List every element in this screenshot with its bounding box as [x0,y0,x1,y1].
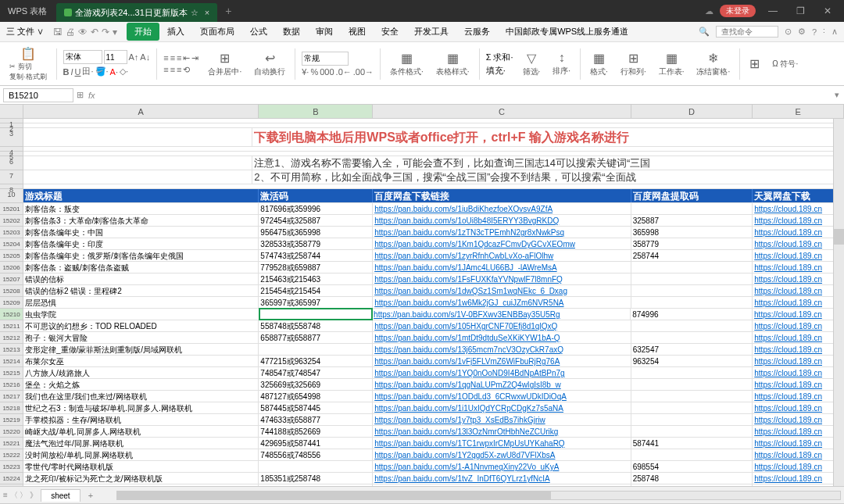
link[interactable]: https://pan.baidu.com/s/1-A1NnvmeqXiny22… [374,463,559,471]
cell[interactable]: 574743或258744 [259,250,373,261]
cell[interactable]: 布莱尔女巫 [23,356,259,366]
row-header[interactable]: 15215 [0,367,23,379]
sheet-nav[interactable]: ≡ 〈 〉 》 [3,490,38,501]
cell[interactable]: 956475或365998 [259,227,373,238]
cell[interactable]: 258748 [631,473,753,484]
sort-icon[interactable]: ↕ [559,51,565,65]
link[interactable]: https://cloud.189.cn [754,310,822,319]
cell[interactable]: 孢子：银河大冒险 [23,332,259,343]
align-middle-icon[interactable]: ≡ [170,53,175,63]
more-icon[interactable]: ∶ [823,27,825,37]
cell[interactable] [631,449,753,460]
font-family-select[interactable] [63,50,102,64]
font-color-icon[interactable]: A· [110,67,118,77]
cell[interactable]: 没时间放松/单机.同屏.网络联机 [23,449,259,460]
link[interactable]: https://cloud.189.cn [754,416,822,424]
cell[interactable]: 错误的信标2 错误：里程碑2 [23,285,259,296]
row-header[interactable]: 15208 [0,285,23,297]
link[interactable]: https://cloud.189.cn [754,392,822,401]
add-sheet-button[interactable]: + [84,491,98,500]
row-header[interactable]: 15203 [0,227,23,238]
link[interactable]: https://pan.baidu.com/s/1FsFUXKfaYVNpwlF… [374,275,563,284]
cell[interactable]: https://cloud.189.cn [753,273,844,284]
link[interactable]: https://pan.baidu.com/s/1Y2qgd5X-zwU8d7V… [374,451,555,459]
cell[interactable] [631,273,753,284]
cell[interactable]: 779528或659887 [259,262,373,273]
cell[interactable]: https://cloud.189.cn [753,285,844,296]
cell[interactable]: https://pan.baidu.com/s/1dwQSz1Sm1wqNEkc… [373,285,631,296]
tab-view[interactable]: 视图 [341,23,374,41]
indent-right-icon[interactable]: ⇥ [191,53,198,63]
formula-input[interactable] [100,94,830,97]
decimal-inc-icon[interactable]: .0← [336,67,352,77]
expand-ref-icon[interactable]: ⊞ [77,90,84,100]
cell[interactable]: 215454或215454 [259,285,373,296]
link[interactable]: https://cloud.189.cn [754,322,822,331]
font-size-select[interactable] [104,50,127,64]
cell[interactable]: 963254 [631,356,753,366]
cell[interactable]: 错误的信标 [23,273,259,284]
format-cell-icon[interactable]: ▦ [593,51,605,66]
cell[interactable]: https://pan.baidu.com/s/1i1UxIQdYCRpCDgK… [373,402,631,413]
cell[interactable]: https://pan.baidu.com/s/13l3OzNmrOtHbhNe… [373,426,631,437]
align-center-icon[interactable]: ≡ [170,65,175,74]
cell[interactable]: 748547或748547 [259,367,373,378]
row-header[interactable]: 15202 [0,215,23,227]
worksheet-icon[interactable]: ▦ [666,51,678,66]
cell[interactable]: 972454或325887 [259,215,373,226]
cell[interactable]: https://cloud.189.cn [753,215,844,226]
link[interactable]: https://pan.baidu.com/s/1tvZ_InDfT6QYLrz… [374,474,550,483]
undo-icon[interactable]: ↶ [91,27,98,38]
link[interactable]: https://pan.baidu.com/s/1vFj5FLVmZ6WiFbu… [374,357,560,366]
cell[interactable]: 百度网盘提取码 [631,189,753,202]
wrap-label[interactable]: 自动换行 [254,66,285,77]
link[interactable]: https://cloud.189.cn [754,381,822,389]
cell[interactable]: 587445或587445 [259,402,373,413]
cell[interactable] [631,262,753,273]
cond-format-icon[interactable]: ▦ [401,51,413,66]
cell[interactable]: 185351或258748 [259,473,373,484]
row-header[interactable]: 15221 [0,438,23,449]
cell[interactable]: 游戏标题 [23,189,259,202]
link[interactable]: https://cloud.189.cn [754,451,822,459]
link[interactable]: https://cloud.189.cn [754,404,822,413]
link[interactable]: https://pan.baidu.com/s/1dwQSz1Sm1wqNEkc… [374,287,567,295]
link[interactable]: https://pan.baidu.com/s/1zTN3cTPEmhN2gr8… [374,228,564,237]
row-header[interactable]: 15209 [0,297,23,309]
freeze-label[interactable]: 冻结窗格· [696,66,730,77]
row-header[interactable]: 15212 [0,332,23,344]
row-header[interactable]: 15220 [0,426,23,438]
sort-label[interactable]: 排序· [553,66,570,77]
cell[interactable]: https://pan.baidu.com/s/1y7tp3_XsEdBs7ih… [373,414,631,425]
redo-icon[interactable]: ↷ [102,27,109,38]
cell[interactable]: https://cloud.189.cn [753,203,844,214]
tab-formula[interactable]: 公式 [242,23,275,41]
cell[interactable]: 虫虫学院 [23,309,259,320]
cell[interactable]: https://pan.baidu.com/s/1w6Mk2jGJ_cuiJZm… [373,297,631,308]
cell[interactable]: https://cloud.189.cn [753,426,844,437]
link[interactable]: https://cloud.189.cn [754,345,822,354]
cell[interactable]: https://cloud.189.cn [753,238,844,249]
cell[interactable]: 487127或654998 [259,391,373,402]
cell[interactable]: 673596或698748 [259,484,373,486]
merge-icon[interactable]: ⊞ [220,51,230,66]
cell[interactable]: 刺客信条：盗贼/刺客信条盗贼 [23,262,259,273]
column-header[interactable]: E [753,105,844,118]
tab-post[interactable]: 中国邮政专属WPS线上服务通道 [498,23,636,41]
cut-button[interactable]: ✂ 剪切 [9,62,47,72]
link[interactable]: https://pan.baidu.com/s/1Km1QdcazFCmvDyG… [374,240,575,248]
paste-icon[interactable]: 📋 [20,46,36,61]
link[interactable]: https://cloud.189.cn [754,275,822,284]
cell[interactable]: https://pan.baidu.com/s/1zyrRfnhCwbLvXo-… [373,250,631,261]
cell[interactable]: 龙之死印/被标记为死亡之龙/网络联机版 [23,473,259,484]
link[interactable]: https://cloud.189.cn [754,369,822,377]
cell[interactable]: https://cloud.189.cn [753,402,844,413]
increase-font-icon[interactable]: A↑ [129,52,139,62]
settings-icon[interactable]: ⚙ [798,27,806,37]
align-right-icon[interactable]: ≡ [177,65,181,74]
cell[interactable]: 崎岖大战/单机.同屏多人.网络联机 [23,426,259,437]
cell[interactable]: 632547 [631,344,753,355]
link[interactable]: https://cloud.189.cn [754,205,822,213]
cell[interactable]: 不可思议的幻想乡：TOD RELOADED [23,320,259,331]
preview-icon[interactable]: 👁 [78,27,88,38]
